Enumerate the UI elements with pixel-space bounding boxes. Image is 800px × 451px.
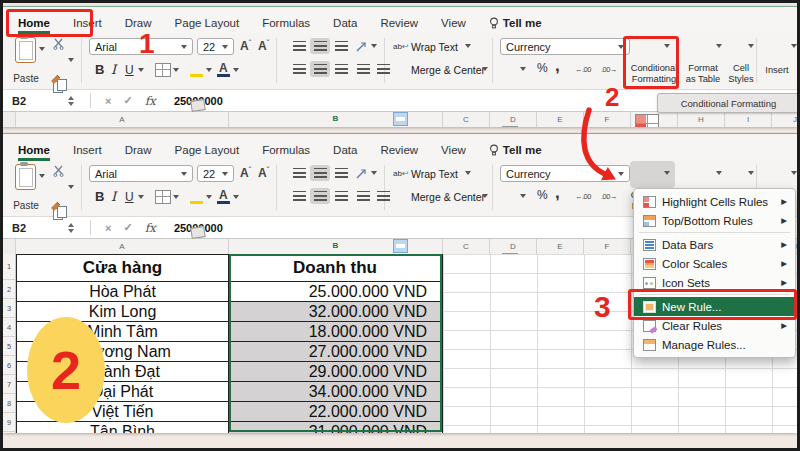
- conditional-formatting-chevron-icon[interactable]: [664, 171, 670, 175]
- insert-chevron-icon[interactable]: [791, 44, 797, 48]
- paste-button[interactable]: Paste: [7, 73, 45, 84]
- font-color-button[interactable]: A: [219, 188, 228, 202]
- column-header-f[interactable]: F: [584, 112, 631, 127]
- copy-chevron-icon[interactable]: [68, 185, 74, 189]
- menu-item-color-scales[interactable]: Color Scales ▶: [634, 254, 795, 273]
- bold-button[interactable]: B: [95, 62, 104, 77]
- row-header-1[interactable]: 1: [3, 254, 15, 280]
- cell-a2[interactable]: Hòa Phát: [17, 282, 229, 301]
- increase-decimal-button[interactable]: ←.00: [575, 65, 591, 74]
- cell-a1[interactable]: Cửa hàng: [17, 255, 229, 281]
- row-header-4[interactable]: 4: [3, 318, 15, 337]
- menu-item-new-rule[interactable]: New Rule...: [634, 297, 795, 316]
- borders-chevron-icon[interactable]: [173, 195, 179, 199]
- align-center-button[interactable]: [310, 61, 330, 77]
- tab-review[interactable]: Review: [380, 144, 418, 161]
- select-all-corner[interactable]: [3, 112, 16, 127]
- conditional-formatting-icon[interactable]: [635, 114, 659, 127]
- font-color-chevron-icon[interactable]: [233, 195, 239, 199]
- tab-view[interactable]: View: [441, 144, 466, 161]
- orientation-chevron-icon[interactable]: [371, 44, 377, 48]
- insert-chevron-icon[interactable]: [791, 171, 797, 175]
- shrink-font-button[interactable]: Aˇ: [258, 39, 269, 53]
- row-header-5[interactable]: 5: [3, 337, 15, 356]
- comma-style-button[interactable]: ,: [555, 183, 560, 203]
- accounting-chevron-icon[interactable]: [520, 194, 526, 198]
- shrink-font-button[interactable]: Aˇ: [258, 166, 269, 180]
- merge-center-chevron-icon[interactable]: [482, 67, 488, 71]
- align-middle-button[interactable]: [310, 38, 330, 54]
- align-bottom-button[interactable]: [331, 165, 351, 181]
- column-header-c[interactable]: C: [443, 112, 490, 127]
- decrease-decimal-button[interactable]: .00→: [601, 65, 617, 74]
- font-color-button[interactable]: A: [219, 61, 228, 75]
- cell-b2-active[interactable]: 25.000.000 VND: [229, 282, 441, 301]
- align-left-button[interactable]: [289, 188, 309, 204]
- fill-color-icon[interactable]: [190, 99, 205, 112]
- conditional-formatting-button[interactable]: ConditionalFormatting: [627, 63, 681, 84]
- cell-styles-chevron-icon[interactable]: [748, 44, 754, 48]
- row-header-9[interactable]: 9: [3, 413, 15, 432]
- cut-icon[interactable]: [53, 165, 64, 177]
- format-as-table-chevron-icon[interactable]: [716, 44, 722, 48]
- decrease-indent-button[interactable]: [353, 61, 373, 77]
- tab-review[interactable]: Review: [380, 17, 418, 34]
- align-right-button[interactable]: [331, 61, 351, 77]
- tab-home[interactable]: Home: [18, 144, 50, 161]
- column-header-a[interactable]: A: [16, 112, 229, 127]
- tab-page-layout[interactable]: Page Layout: [175, 17, 240, 34]
- cell-a3[interactable]: Kim Long: [17, 302, 229, 321]
- format-as-table-button[interactable]: Formatas Table: [682, 63, 724, 84]
- tell-me-button[interactable]: Tell me: [489, 17, 542, 34]
- cell-b7[interactable]: 34.000.000 VND: [229, 382, 441, 401]
- percent-style-button[interactable]: %: [537, 61, 548, 75]
- paste-icon[interactable]: [15, 37, 36, 63]
- decrease-decimal-button[interactable]: .00→: [601, 192, 617, 201]
- font-size-select[interactable]: 22: [197, 38, 234, 55]
- tab-data[interactable]: Data: [333, 144, 357, 161]
- cell-b9[interactable]: 31.000.000 VND: [229, 422, 441, 433]
- align-center-button[interactable]: [310, 188, 330, 204]
- text-orientation-icon[interactable]: [355, 167, 368, 180]
- menu-item-top-bottom-rules[interactable]: Top/Bottom Rules ▶: [634, 211, 795, 230]
- increase-indent-button[interactable]: [373, 188, 393, 204]
- increase-indent-button[interactable]: [373, 61, 393, 77]
- align-bottom-button[interactable]: [331, 38, 351, 54]
- text-orientation-icon[interactable]: [355, 40, 368, 53]
- cell-b1[interactable]: Doanh thu: [229, 255, 441, 281]
- comma-style-button[interactable]: ,: [555, 56, 560, 76]
- tab-draw[interactable]: Draw: [125, 17, 152, 34]
- name-box[interactable]: B2: [3, 95, 68, 107]
- format-as-table-chevron-icon[interactable]: [716, 171, 722, 175]
- font-name-select[interactable]: Arial: [89, 38, 193, 55]
- cancel-icon[interactable]: ×: [105, 95, 111, 107]
- menu-item-highlight-cells-rules[interactable]: Highlight Cells Rules ▶: [634, 192, 795, 211]
- column-header-d[interactable]: D: [490, 112, 537, 127]
- conditional-formatting-chevron-icon[interactable]: [664, 44, 670, 48]
- column-header-i[interactable]: I: [725, 112, 772, 127]
- cell-a9[interactable]: Tân Bình: [17, 422, 229, 433]
- bold-button[interactable]: B: [95, 189, 104, 204]
- font-color-chevron-icon[interactable]: [233, 68, 239, 72]
- align-middle-button[interactable]: [310, 165, 330, 181]
- wrap-text-button[interactable]: Wrap Text: [411, 168, 458, 180]
- borders-chevron-icon[interactable]: [173, 68, 179, 72]
- merge-center-button[interactable]: Merge & Center: [411, 191, 485, 203]
- merge-center-button[interactable]: Merge & Center: [411, 64, 485, 76]
- italic-button[interactable]: I: [111, 62, 116, 77]
- italic-button[interactable]: I: [111, 189, 116, 204]
- cell-b5[interactable]: 27.000.000 VND: [229, 342, 441, 361]
- tab-draw[interactable]: Draw: [125, 144, 152, 161]
- insert-function-icon[interactable]: fx: [145, 94, 156, 108]
- row-header-7[interactable]: 7: [3, 375, 15, 394]
- borders-button[interactable]: [155, 190, 171, 204]
- font-name-select[interactable]: Arial: [89, 165, 193, 182]
- fill-color-icon[interactable]: [190, 226, 205, 239]
- tab-home[interactable]: Home: [18, 17, 50, 34]
- grow-font-button[interactable]: Aˆ: [240, 166, 251, 180]
- format-painter-icon[interactable]: [49, 199, 62, 212]
- accounting-format-icon[interactable]: [502, 126, 518, 127]
- align-top-button[interactable]: [289, 165, 309, 181]
- menu-item-manage-rules[interactable]: Manage Rules...: [634, 335, 795, 354]
- tab-insert[interactable]: Insert: [73, 17, 102, 34]
